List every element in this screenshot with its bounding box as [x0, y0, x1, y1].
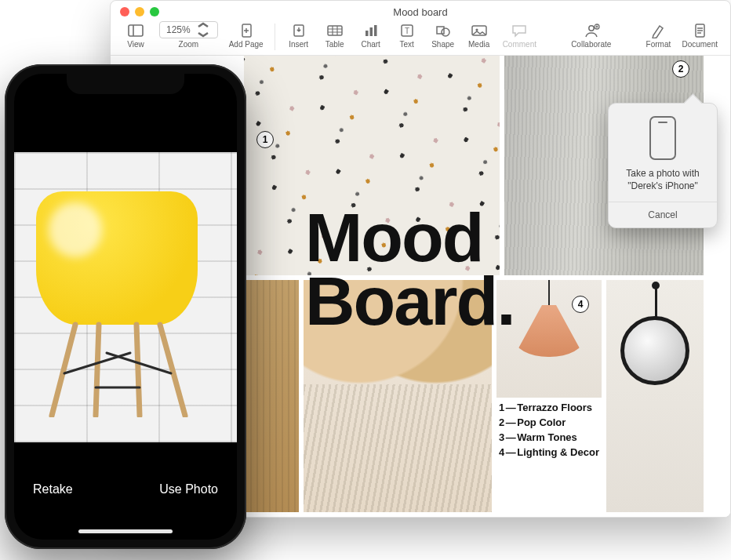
zoom-icon[interactable] — [150, 7, 159, 16]
svg-point-11 — [442, 28, 449, 36]
zoom-label: Zoom — [179, 40, 199, 49]
chart-button[interactable]: Chart — [355, 21, 387, 50]
format-button[interactable]: Format — [642, 21, 674, 50]
add-page-label: Add Page — [229, 40, 264, 49]
svg-rect-5 — [366, 31, 369, 36]
titlebar: Mood board — [111, 1, 730, 16]
retake-button[interactable]: Retake — [33, 482, 73, 496]
view-button[interactable]: View — [120, 21, 151, 50]
toolbar-separator — [275, 24, 275, 50]
tile-mirror — [606, 280, 704, 512]
media-button[interactable]: Media — [464, 21, 495, 50]
camera-confirm-bar: Retake Use Photo — [14, 453, 237, 540]
document-button[interactable]: Document — [678, 21, 721, 50]
marker-4: 4 — [572, 296, 589, 313]
pendant-lamp-icon — [528, 280, 570, 357]
marker-2: 2 — [672, 60, 689, 78]
text-button[interactable]: T Text — [391, 21, 423, 50]
notch — [67, 74, 184, 94]
minimize-icon[interactable] — [135, 7, 144, 16]
popover-message: Take a photo with "Derek's iPhone" — [609, 168, 717, 202]
svg-rect-0 — [129, 25, 143, 36]
svg-line-19 — [136, 325, 140, 416]
zoom-select[interactable]: 125% Zoom — [156, 20, 221, 50]
svg-rect-10 — [437, 27, 444, 34]
comment-button: Comment — [500, 21, 540, 50]
table-button[interactable]: Table — [319, 21, 351, 50]
close-icon[interactable] — [120, 7, 129, 16]
marker-1: 1 — [256, 131, 274, 148]
continuity-camera-popover: Take a photo with "Derek's iPhone" Cance… — [608, 103, 718, 228]
window-controls — [120, 7, 159, 16]
yellow-chair-icon — [36, 191, 198, 417]
cancel-button[interactable]: Cancel — [609, 202, 717, 227]
iphone-outline-icon — [649, 116, 676, 160]
home-indicator[interactable] — [78, 529, 173, 533]
svg-point-14 — [589, 26, 594, 31]
chevron-updown-icon — [194, 22, 213, 38]
svg-text:T: T — [405, 27, 409, 35]
zoom-value: 125% — [166, 24, 191, 35]
svg-rect-4 — [328, 26, 342, 35]
view-label: View — [127, 40, 144, 49]
iphone-screen: Retake Use Photo — [14, 74, 237, 540]
svg-rect-7 — [374, 25, 377, 36]
camera-viewfinder — [14, 152, 237, 442]
legend: 1—Terrazzo Floors 2—Pop Color 3—Warm Ton… — [499, 401, 599, 460]
toolbar: View 125% Zoom Add Page Insert Table Cha… — [111, 16, 730, 56]
collaborate-button[interactable]: Collaborate — [568, 21, 614, 50]
insert-button[interactable]: Insert — [283, 21, 315, 50]
tile-wood — [244, 280, 299, 512]
doc-big-title: Mood Board. — [305, 206, 515, 333]
mirror-icon — [620, 316, 689, 385]
svg-line-18 — [96, 325, 99, 416]
shape-button[interactable]: Shape — [427, 21, 459, 50]
add-page-button[interactable]: Add Page — [226, 21, 267, 50]
svg-rect-6 — [369, 27, 373, 36]
iphone-device: Retake Use Photo — [5, 64, 246, 549]
use-photo-button[interactable]: Use Photo — [159, 482, 218, 496]
